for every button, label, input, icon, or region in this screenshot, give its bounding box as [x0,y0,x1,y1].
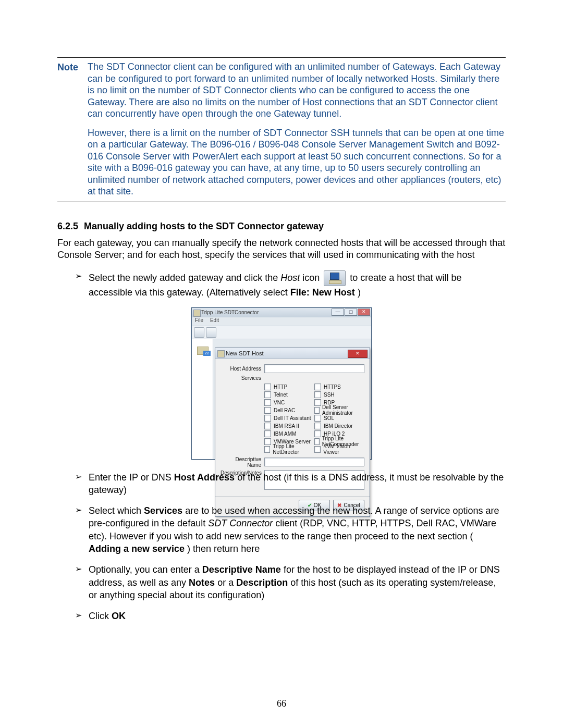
app-icon [193,310,201,317]
service-checkbox[interactable]: Dell Server Administrator [314,406,364,414]
service-checkbox[interactable]: Dell RAC [264,406,314,414]
service-checkbox[interactable]: IBM AMM [264,430,314,438]
host-italic: Host [280,273,300,283]
menu-file[interactable]: File [195,317,203,323]
maximize-button[interactable]: ▢ [345,309,357,316]
menu-edit[interactable]: Edit [210,317,219,323]
text: icon [302,273,322,283]
text: Select the newly added gateway and click… [89,273,280,283]
bullet-5: Click OK [75,610,506,622]
note-para-2: However, there is a limit on the number … [88,127,506,198]
note-para-1: The SDT Connector client can be configur… [88,61,506,120]
intro-paragraph: For each gateway, you can manually speci… [57,237,506,262]
descriptive-name-input[interactable] [264,458,364,466]
text: ) [358,287,361,298]
section-number: 6.2.5 [57,221,81,232]
section-heading: 6.2.5 Manually adding hosts to the SDT C… [57,221,506,232]
bullet-1: Select the newly added gateway and click… [75,270,506,299]
service-checkbox[interactable]: SSH [314,391,364,399]
bullet-2: Enter the IP or DNS Host Address of the … [75,471,506,497]
screenshot-window: Tripp Lite SDTConnector — ▢ ✕ File Edit … [191,307,372,460]
service-checkbox[interactable]: IBM Director [314,422,364,430]
toolbar [192,326,371,339]
tree-pane: 22 [192,339,213,459]
dialog-title: New SDT Host [226,350,264,356]
bullet-4: Optionally, you can enter a Descriptive … [75,563,506,601]
service-checkbox[interactable]: VNC [264,399,314,406]
services-label: Services [221,375,264,381]
host-icon [324,270,346,286]
service-checkbox[interactable]: Dell IT Assistant [264,414,314,422]
menu-bold: File: New Host [290,287,355,298]
dialog-icon [217,350,225,357]
window-titlebar: Tripp Lite SDTConnector — ▢ ✕ [192,308,371,317]
gateway-port-badge: 22 [203,351,211,356]
minimize-button[interactable]: — [332,309,344,316]
menu-bar: File Edit [192,317,371,326]
bullet-3: Select which Services are to be used whe… [75,504,506,555]
service-checkbox[interactable]: IBM RSA II [264,422,314,430]
page-number: 66 [0,698,563,709]
window-title: Tripp Lite SDTConnector [201,310,259,315]
close-button[interactable]: ✕ [358,309,370,316]
service-checkbox[interactable]: HTTPS [314,383,364,391]
toolbar-button-host[interactable] [206,327,216,338]
service-checkbox[interactable]: Tripp Lite NetDirector [264,446,314,453]
note-label: Note [57,62,78,72]
toolbar-button-gateway[interactable] [194,327,204,338]
descriptive-name-label: Descriptive Name [221,456,264,468]
service-checkbox[interactable]: Telnet [264,391,314,399]
section-title: Manually adding hosts to the SDT Connect… [84,221,324,231]
service-checkbox[interactable]: HTTP [264,383,314,391]
dialog-close-button[interactable]: ✕ [348,350,368,358]
host-address-input[interactable] [264,364,364,373]
note-block: Note The SDT Connector client can be con… [57,57,506,202]
host-address-label: Host Address [221,366,264,372]
dialog-titlebar: New SDT Host ✕ [215,348,370,359]
